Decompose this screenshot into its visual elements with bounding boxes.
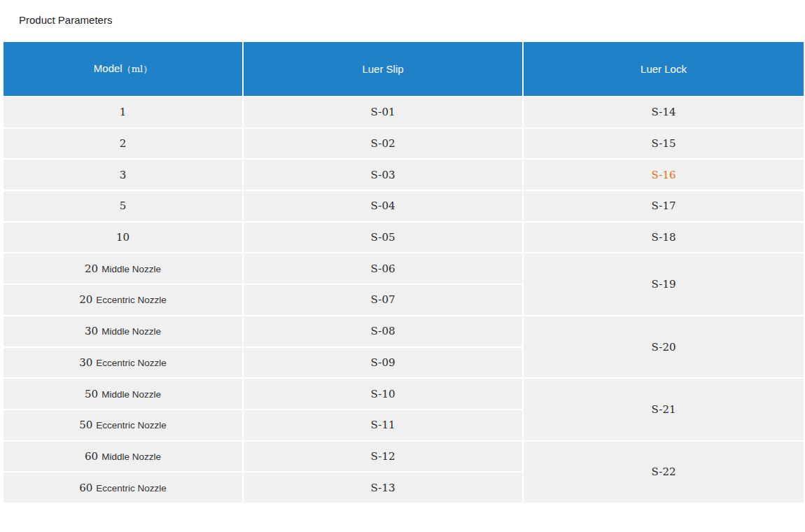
model-note: Middle Nozzle [102, 389, 161, 400]
luer-slip-cell: S-05 [243, 222, 523, 253]
luer-slip-value: S-08 [371, 325, 396, 337]
luer-lock-value: S-15 [652, 137, 676, 150]
model-cell: 1 [3, 97, 243, 128]
luer-lock-cell: S-17 [523, 190, 804, 222]
product-parameters-table: Model（ml） Luer Slip Luer Lock 1 S-01 S-1… [2, 41, 805, 504]
model-note: Middle Nozzle [102, 264, 161, 274]
model-value: 20 [85, 262, 98, 275]
model-cell: 2 [3, 128, 243, 160]
model-cell: 20Middle Nozzle [3, 253, 243, 284]
model-cell: 20Eccentric Nozzle [3, 284, 243, 316]
luer-slip-value: S-10 [371, 388, 396, 400]
column-header-model-label: Model [94, 62, 122, 74]
model-value: 60 [79, 482, 92, 494]
luer-lock-cell-highlighted[interactable]: S-16 [523, 159, 804, 190]
model-value: 50 [85, 388, 98, 400]
luer-lock-cell-merged: S-21 [523, 378, 804, 440]
luer-slip-value: S-01 [371, 106, 396, 118]
luer-slip-value: S-09 [371, 356, 396, 369]
model-cell: 60Eccentric Nozzle [3, 472, 243, 503]
column-header-model-unit: （ml） [122, 64, 153, 74]
column-header-luer-lock: Luer Lock [523, 41, 804, 97]
luer-slip-cell: S-06 [243, 253, 523, 284]
model-cell: 50Eccentric Nozzle [3, 410, 243, 441]
luer-slip-value: S-11 [371, 419, 396, 431]
table-row: 50Middle Nozzle S-10 S-21 [3, 378, 804, 410]
model-cell: 3 [3, 159, 243, 190]
table-row: 3 S-03 S-16 [3, 159, 804, 190]
luer-lock-cell-merged: S-22 [523, 441, 804, 503]
model-note: Eccentric Nozzle [96, 358, 167, 368]
table-row: 60Middle Nozzle S-12 S-22 [3, 441, 804, 472]
luer-slip-value: S-07 [371, 293, 396, 306]
model-value: 5 [120, 200, 127, 212]
luer-lock-value-highlighted: S-16 [652, 169, 676, 181]
model-value: 2 [120, 137, 127, 150]
model-cell: 30Middle Nozzle [3, 316, 243, 347]
table-row: 1 S-01 S-14 [3, 97, 804, 128]
model-note: Eccentric Nozzle [96, 483, 167, 493]
page-title: Product Parameters [19, 15, 805, 26]
model-note: Middle Nozzle [102, 451, 161, 462]
luer-lock-value: S-20 [652, 341, 676, 354]
luer-slip-cell: S-12 [243, 441, 523, 472]
model-value: 10 [116, 231, 130, 244]
model-value: 20 [79, 293, 92, 306]
luer-slip-cell: S-07 [243, 284, 523, 316]
luer-slip-cell: S-10 [243, 378, 523, 410]
luer-slip-cell: S-09 [243, 347, 523, 379]
luer-slip-cell: S-13 [243, 472, 523, 503]
luer-slip-cell: S-11 [243, 410, 523, 441]
model-note: Eccentric Nozzle [96, 420, 167, 430]
luer-slip-value: S-06 [371, 262, 396, 275]
model-cell: 5 [3, 190, 243, 222]
model-note: Eccentric Nozzle [96, 295, 167, 305]
luer-lock-cell-merged: S-20 [523, 316, 804, 378]
luer-lock-cell: S-15 [523, 128, 804, 160]
model-value: 3 [120, 169, 127, 181]
header-row: Model（ml） Luer Slip Luer Lock [3, 41, 804, 97]
luer-lock-value: S-22 [652, 465, 676, 478]
table-row: 10 S-05 S-18 [3, 222, 804, 253]
luer-slip-cell: S-04 [243, 190, 523, 222]
model-value: 50 [79, 419, 92, 431]
table-row: 30Middle Nozzle S-08 S-20 [3, 316, 804, 347]
table-row: 5 S-04 S-17 [3, 190, 804, 222]
luer-slip-value: S-12 [371, 450, 396, 463]
model-cell: 50Middle Nozzle [3, 378, 243, 410]
luer-slip-value: S-03 [371, 169, 396, 181]
luer-slip-value: S-04 [371, 200, 396, 212]
model-cell: 30Eccentric Nozzle [3, 347, 243, 379]
luer-slip-value: S-02 [371, 137, 396, 150]
model-value: 30 [79, 356, 92, 369]
luer-lock-value: S-19 [652, 278, 676, 290]
table-row: 2 S-02 S-15 [3, 128, 804, 160]
luer-lock-cell-merged: S-19 [523, 253, 804, 315]
model-cell: 10 [3, 222, 243, 253]
model-cell: 60Middle Nozzle [3, 441, 243, 472]
model-value: 60 [85, 450, 98, 463]
luer-slip-cell: S-03 [243, 159, 523, 190]
model-note: Middle Nozzle [102, 326, 161, 337]
luer-slip-cell: S-02 [243, 128, 523, 160]
luer-lock-cell: S-18 [523, 222, 804, 253]
luer-lock-cell: S-14 [523, 97, 804, 128]
luer-lock-value: S-14 [652, 106, 676, 118]
luer-lock-value: S-17 [652, 200, 676, 212]
luer-lock-value: S-18 [652, 231, 676, 244]
model-value: 1 [120, 106, 127, 118]
column-header-luer-slip: Luer Slip [243, 41, 523, 97]
column-header-model: Model（ml） [3, 41, 243, 97]
model-value: 30 [85, 325, 98, 337]
luer-slip-cell: S-08 [243, 316, 523, 347]
luer-slip-value: S-05 [371, 231, 396, 244]
luer-slip-cell: S-01 [243, 97, 523, 128]
table-row: 20Middle Nozzle S-06 S-19 [3, 253, 804, 284]
luer-lock-value: S-21 [652, 403, 676, 416]
luer-slip-value: S-13 [371, 482, 396, 494]
